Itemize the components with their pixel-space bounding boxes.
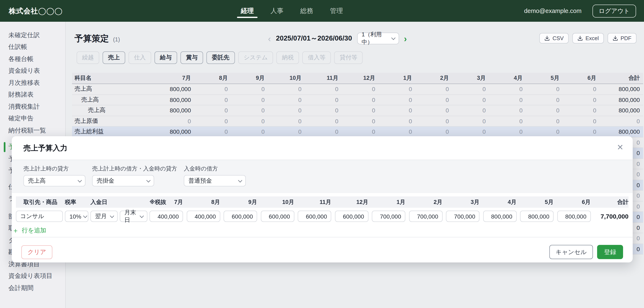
- table-row: 売上高800,00000000000000800,000: [72, 105, 643, 116]
- amount-input[interactable]: [298, 211, 331, 222]
- amount-input[interactable]: [150, 211, 183, 222]
- filter-chip[interactable]: 売上: [102, 51, 125, 64]
- sidebar-item[interactable]: 未確定仕訳: [0, 29, 65, 41]
- entry-table-header: 取引先・商品税率入金日※税抜7月8月9月10月11月12月1月2月3月4月5月6…: [16, 196, 628, 208]
- plus-icon: ＋: [12, 227, 19, 234]
- month-cell: 0: [306, 86, 343, 93]
- account-settings-band: 売上計上時の貸方売上高売上計上時の借方・入金時の貸方売掛金入金時の借方普通預金: [12, 160, 633, 193]
- month-cell: 0: [380, 129, 417, 135]
- excel-export-button[interactable]: Excel: [572, 33, 604, 43]
- month-cell: 0: [270, 97, 306, 103]
- column-header: 10月: [270, 74, 306, 82]
- sidebar-item[interactable]: 確定申告: [0, 113, 65, 125]
- month-cell: 0: [528, 86, 564, 93]
- column-header: 科目名: [72, 74, 159, 82]
- amount-input[interactable]: [409, 211, 442, 222]
- amount-input[interactable]: [186, 211, 220, 222]
- month-cell: 0: [196, 129, 233, 135]
- payment-day-select[interactable]: 月末日: [120, 211, 148, 222]
- month-cell: 0: [417, 86, 454, 93]
- amount-input[interactable]: [224, 211, 257, 222]
- download-icon: [544, 35, 550, 41]
- add-row-button[interactable]: ＋ 行を追加: [12, 227, 46, 234]
- amount-input[interactable]: [557, 211, 590, 222]
- tax-column-header: 税率: [65, 198, 88, 206]
- sidebar-item[interactable]: 会計期間: [0, 282, 65, 294]
- month-column-header: 4月: [483, 198, 516, 206]
- chevron-down-icon: [83, 214, 87, 218]
- pdf-export-button[interactable]: PDF: [608, 33, 636, 43]
- tax-rate-select[interactable]: 10%: [65, 211, 88, 222]
- nav-tab-soumu[interactable]: 総務: [296, 0, 317, 22]
- amount-input[interactable]: [520, 211, 554, 222]
- sales-budget-dialog: 売上予算入力 ✕ 売上計上時の貸方売上高売上計上時の借方・入金時の貸方売掛金入金…: [12, 136, 633, 262]
- sidebar-item[interactable]: 仕訳帳: [0, 41, 65, 53]
- filter-chip: 納税: [276, 51, 299, 64]
- sidebar-item[interactable]: 資金繰り表: [0, 65, 65, 77]
- amount-input[interactable]: [372, 211, 405, 222]
- month-cell: 800,000: [159, 86, 196, 93]
- total-cell: 800,000: [601, 97, 643, 103]
- nav-tab-kanri[interactable]: 管理: [326, 0, 347, 22]
- filter-chip[interactable]: 賞与: [180, 51, 203, 64]
- month-label: 7月: [174, 198, 183, 206]
- prev-period-icon[interactable]: ‹: [268, 34, 271, 43]
- chevron-down-icon: [140, 214, 144, 218]
- nav-tab-keiri[interactable]: 経理: [237, 0, 258, 22]
- month-cell: 0: [306, 107, 343, 114]
- submit-button[interactable]: 登録: [597, 245, 623, 259]
- sidebar-item[interactable]: 消費税集計: [0, 101, 65, 113]
- payment-month-select[interactable]: 翌月: [90, 211, 118, 222]
- sidebar-item[interactable]: 各種台帳: [0, 53, 65, 65]
- month-cell: 0: [196, 107, 233, 114]
- month-cell: 0: [528, 129, 564, 135]
- product-input[interactable]: [16, 211, 63, 222]
- clear-button[interactable]: クリア: [21, 245, 52, 259]
- sales-credit-select[interactable]: 売上高: [24, 175, 86, 186]
- month-cell: 0: [306, 97, 343, 103]
- budget-version-select[interactable]: 1（利用中）: [357, 33, 399, 44]
- amount-input[interactable]: [335, 211, 368, 222]
- sales-credit-value: 売上高: [28, 177, 46, 184]
- filter-chip[interactable]: 委託先: [206, 51, 235, 64]
- amount-input[interactable]: [483, 211, 516, 222]
- month-cell: 0: [270, 107, 306, 114]
- deposit-debit-select[interactable]: 普通預金: [184, 175, 246, 186]
- csv-export-button[interactable]: CSV: [540, 33, 569, 43]
- subject-cell: 売上高: [72, 107, 159, 114]
- month-cell: 0: [196, 97, 233, 103]
- sidebar-item[interactable]: 月次推移表: [0, 77, 65, 89]
- month-cell: 0: [417, 129, 454, 135]
- deposit-debit-value: 普通預金: [188, 177, 212, 184]
- subject-cell: 売上総利益: [72, 128, 159, 136]
- chevron-down-icon: [78, 178, 82, 182]
- sidebar-item[interactable]: 納付税額一覧: [0, 125, 65, 137]
- nav-tab-jinji[interactable]: 人事: [267, 0, 287, 22]
- sidebar-item[interactable]: 資金繰り表項目: [0, 270, 65, 282]
- amount-input[interactable]: [261, 211, 294, 222]
- sales-debit-select[interactable]: 売掛金: [92, 175, 154, 186]
- amount-input[interactable]: [446, 211, 480, 222]
- total-column-header: 合計: [594, 198, 628, 206]
- dialog-header: 売上予算入力 ✕: [12, 136, 633, 160]
- table-row: 売上高800,00000000000000800,000: [72, 84, 643, 95]
- filter-chip[interactable]: 給与: [154, 51, 177, 64]
- month-cell: 0: [454, 86, 491, 93]
- month-cell: 800,000: [159, 107, 196, 114]
- total-cell: 0: [601, 118, 643, 125]
- csv-label: CSV: [552, 35, 564, 41]
- close-icon[interactable]: ✕: [617, 143, 624, 151]
- logout-button[interactable]: ログアウト: [592, 4, 636, 17]
- sidebar-item[interactable]: 財務諸表: [0, 89, 65, 101]
- month-cell: 0: [196, 86, 233, 93]
- cancel-button[interactable]: キャンセル: [549, 245, 593, 259]
- next-period-icon[interactable]: ›: [404, 34, 407, 43]
- sales-debit-label: 売上計上時の借方・入金時の貸方: [92, 165, 177, 173]
- month-cell: 0: [454, 129, 491, 135]
- budget-table-header: 科目名7月8月9月10月11月12月1月2月3月4月5月6月合計: [72, 73, 643, 84]
- month-column-header: 9月: [224, 198, 257, 206]
- month-cell: 0: [564, 129, 601, 135]
- nav-tabs: 経理人事総務管理: [237, 0, 347, 22]
- month-cell: 0: [454, 107, 491, 114]
- filter-chips: 繰越売上仕入給与賞与委託先システム納税借入等貸付等: [77, 51, 363, 64]
